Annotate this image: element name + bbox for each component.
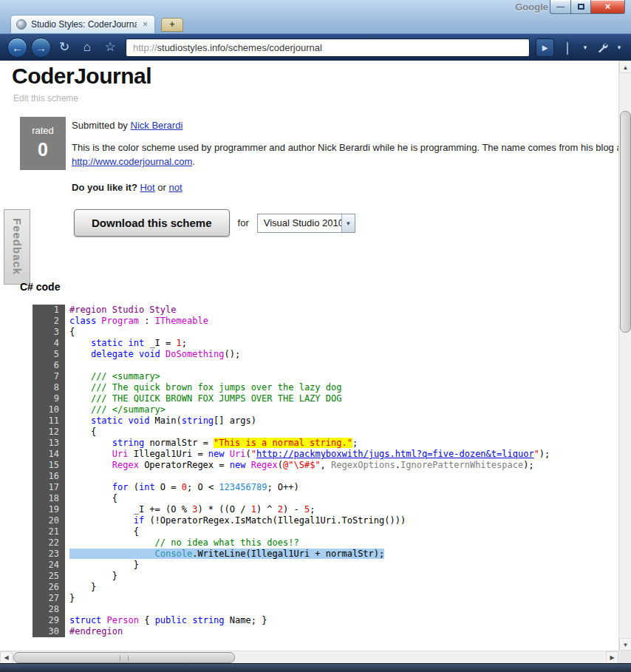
line-number: 22 — [33, 537, 59, 549]
tools-wrench-icon[interactable] — [593, 38, 611, 56]
tab-title: Studio Styles: CoderJournal — [31, 19, 137, 30]
page-menu-caret-icon[interactable]: ▾ — [581, 44, 590, 51]
line-number: 12 — [33, 427, 59, 438]
scheme-description: This is the color scheme used by program… — [72, 140, 618, 169]
code-line: /// <summary> — [69, 371, 550, 382]
code-line: string normalStr = "This is a normal str… — [69, 438, 550, 449]
page-icon — [567, 39, 568, 55]
feedback-tab[interactable]: Feedback — [4, 209, 30, 285]
new-tab-button[interactable]: + — [161, 18, 183, 32]
description-line2: http://www.coderjournal.com. — [72, 155, 618, 169]
code-line: struct Person { public string Name; } — [69, 615, 550, 626]
download-row: Download this scheme for Visual Studio 2… — [74, 209, 355, 237]
coderjournal-link[interactable]: http://www.coderjournal.com — [72, 156, 192, 167]
line-number: 18 — [33, 493, 59, 504]
code-line: for (int O = 0; O < 123456789; O++) — [69, 482, 550, 493]
rated-label: rated — [20, 125, 66, 136]
line-number: 14 — [33, 449, 59, 460]
browser-window: Google — × Studio Styles: CoderJournal ×… — [0, 0, 631, 672]
code-heading: C# code — [20, 281, 60, 293]
tab-favicon-icon — [16, 19, 27, 30]
horizontal-scroll-thumb[interactable] — [13, 652, 235, 663]
author-link[interactable]: Nick Berardi — [131, 120, 183, 131]
rating-box: rated 0 — [20, 117, 66, 170]
line-number: 1 — [33, 305, 59, 316]
line-number: 26 — [33, 582, 59, 593]
code-line: /// </summary> — [69, 404, 550, 415]
like-question: Do you like it? — [72, 182, 137, 193]
scrollbar-corner — [618, 651, 631, 663]
tab-close-icon[interactable]: × — [141, 20, 149, 29]
page-icon-button[interactable] — [558, 38, 577, 56]
scroll-left-icon[interactable]: ◀ — [0, 651, 13, 664]
download-scheme-button[interactable]: Download this scheme — [74, 209, 230, 237]
line-number: 9 — [33, 393, 59, 404]
code-line: Console.WriteLine(Illegal1Uri + normalSt… — [69, 549, 550, 560]
edit-scheme-link[interactable]: Edit this scheme — [13, 93, 78, 103]
code-line: { — [69, 526, 550, 537]
back-button[interactable]: ← — [7, 38, 27, 58]
line-number: 27 — [33, 593, 59, 604]
favorites-star-icon[interactable]: ☆ — [100, 38, 120, 56]
description-period: . — [192, 156, 195, 167]
code-line: { — [69, 493, 550, 504]
go-button[interactable]: ▶ — [536, 38, 554, 57]
page-title: CoderJournal — [12, 64, 151, 89]
address-bar[interactable]: http://studiostyles.info/schemes/coderjo… — [126, 38, 530, 57]
line-number: 23 — [33, 549, 59, 560]
title-bar: Google — × Studio Styles: CoderJournal ×… — [0, 0, 631, 34]
vs-version-value: Visual Studio 2010 — [258, 217, 341, 228]
line-number: 30 — [33, 626, 59, 637]
maximize-icon — [578, 4, 584, 10]
code-line: _I += (O % 3) * ((O / 1) ^ 2) - 5; — [69, 504, 550, 515]
browser-tab[interactable]: Studio Styles: CoderJournal × — [10, 15, 155, 33]
forward-button[interactable]: → — [31, 38, 51, 58]
code-gutter: 1234567891011121314151617181920212223242… — [33, 305, 65, 637]
home-icon[interactable]: ⌂ — [78, 38, 97, 56]
horizontal-scrollbar[interactable]: ◀ ▶ — [0, 651, 618, 663]
or-text: or — [155, 182, 169, 193]
line-number: 15 — [33, 460, 59, 471]
close-button[interactable]: × — [591, 0, 625, 14]
description-line1: This is the color scheme used by program… — [72, 140, 618, 155]
refresh-icon[interactable]: ↻ — [55, 38, 74, 56]
line-number: 16 — [33, 471, 59, 482]
code-line: delegate void DoSomething(); — [69, 349, 550, 360]
not-link[interactable]: not — [169, 182, 183, 193]
line-number: 8 — [33, 382, 59, 393]
code-line: #endregion — [69, 626, 550, 637]
minimize-button[interactable]: — — [550, 0, 571, 14]
code-line: } — [69, 593, 550, 604]
code-line: { — [69, 327, 550, 338]
tools-menu-caret-icon[interactable]: ▾ — [615, 44, 624, 51]
line-number: 25 — [33, 571, 59, 582]
code-line: { — [69, 427, 550, 438]
vertical-scrollbar[interactable]: ▲ ▼ — [618, 61, 631, 651]
vertical-scroll-thumb[interactable] — [620, 111, 631, 333]
select-dropdown-icon[interactable]: ▾ — [341, 214, 355, 232]
scroll-up-icon[interactable]: ▲ — [619, 61, 631, 73]
code-block: 1234567891011121314151617181920212223242… — [33, 305, 550, 637]
status-bar — [0, 663, 631, 672]
like-row: Do you like it? Hot or not — [72, 182, 183, 193]
code-line — [69, 360, 550, 371]
line-number: 21 — [33, 526, 59, 537]
page-content: CoderJournal Edit this scheme rated 0 Su… — [0, 61, 618, 651]
scroll-thumb-grip — [120, 656, 129, 661]
line-number: 19 — [33, 504, 59, 515]
google-watermark: Google — [515, 1, 548, 13]
maximize-button[interactable] — [571, 0, 591, 14]
code-line: #region Studio Style — [69, 305, 550, 316]
code-line: } — [69, 560, 550, 571]
rating-value: 0 — [20, 139, 66, 160]
for-label: for — [238, 217, 249, 228]
line-number: 6 — [33, 360, 59, 371]
line-number: 4 — [33, 338, 59, 349]
window-controls: — × — [550, 0, 625, 14]
hot-link[interactable]: Hot — [140, 182, 154, 193]
scroll-right-icon[interactable]: ▶ — [606, 651, 618, 664]
vs-version-select[interactable]: Visual Studio 2010 ▾ — [257, 214, 355, 233]
code-line: static int _I = 1; — [69, 338, 550, 349]
scroll-down-icon[interactable]: ▼ — [619, 638, 631, 651]
code-line: static void Main(string[] args) — [69, 415, 550, 427]
